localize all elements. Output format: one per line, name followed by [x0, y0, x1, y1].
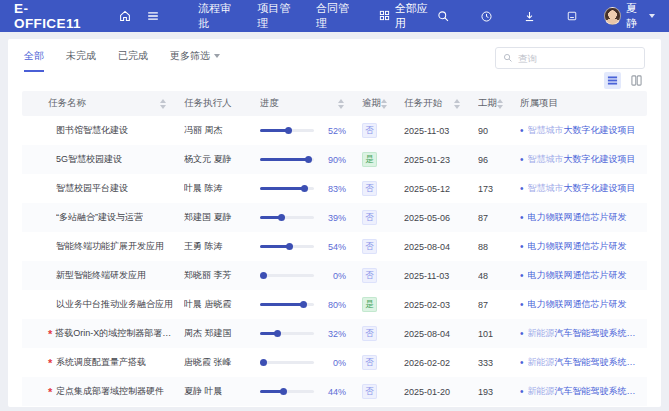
progress-fill	[260, 303, 303, 306]
sort-icon[interactable]	[338, 99, 344, 109]
table-row[interactable]: 以业务中台推动业务融合应用叶晨 唐晓霞80%是2025-02-0387•电力物联…	[22, 290, 647, 319]
progress-knob[interactable]	[300, 301, 307, 308]
nav-item-project[interactable]: 项目管理	[257, 1, 296, 31]
table-row[interactable]: 新型智能终端研发应用郑晓丽 李芳0%否2025-11-0348•电力物联网通信芯…	[22, 261, 647, 290]
table-row[interactable]: *系统调度配置量产搭载唐晓霞 张峰0%否2026-02-02333•新能源汽车智…	[22, 348, 647, 377]
table-row[interactable]: 图书馆智慧化建设冯丽 周杰52%否2025-11-0390•智慧城市大数字化建设…	[22, 116, 647, 145]
overdue-cell: 否	[362, 384, 404, 399]
project-link[interactable]: 电力物联网通信芯片研发	[528, 211, 627, 224]
nav-menu: 流程审批项目管理合同管理	[198, 1, 354, 31]
user-avatar[interactable]	[604, 7, 621, 25]
task-name-cell[interactable]: 5G智慧校园建设	[22, 153, 184, 166]
download-icon[interactable]	[519, 6, 539, 26]
tab-all[interactable]: 全部	[24, 49, 44, 72]
sort-icon[interactable]	[497, 99, 503, 109]
task-name-cell[interactable]: 智慧校园平台建设	[22, 182, 184, 195]
tab-label: 未完成	[66, 49, 96, 63]
progress-knob[interactable]	[280, 388, 287, 395]
list-view-toggle[interactable]	[604, 72, 621, 89]
bullet-icon: •	[520, 125, 524, 136]
project-name: 大数字化建设项目	[564, 154, 636, 164]
tab-unfinished[interactable]: 未完成	[66, 49, 96, 72]
sort-icon[interactable]	[160, 99, 166, 109]
sort-asc-arrow	[160, 99, 166, 103]
tab-finished[interactable]: 已完成	[118, 49, 148, 72]
card-view-toggle[interactable]	[628, 72, 645, 89]
overdue-badge: 是	[362, 297, 377, 312]
table-row[interactable]: 智慧校园平台建设叶晨 陈涛83%否2025-05-12173•智慧城市大数字化建…	[22, 174, 647, 203]
clock-icon[interactable]	[476, 6, 496, 26]
nav-item-contract[interactable]: 合同管理	[316, 1, 355, 31]
search-box[interactable]	[495, 47, 645, 69]
panel-icon[interactable]	[562, 6, 582, 26]
duration-cell: 87	[478, 300, 520, 310]
progress-cell: 52%	[260, 126, 362, 136]
sort-asc-arrow	[381, 99, 387, 103]
assignees-cell: 叶晨 陈涛	[184, 182, 260, 195]
search-icon[interactable]	[433, 6, 453, 26]
project-link[interactable]: 智慧城市大数字化建设项目	[528, 153, 636, 166]
project-link[interactable]: 智慧城市大数字化建设项目	[528, 124, 636, 137]
table-row[interactable]: *搭载Orin-X的域控制器部署与验证周杰 郑建国32%否2025-08-041…	[22, 319, 647, 348]
overdue-badge: 否	[362, 268, 377, 283]
table-row[interactable]: “多站融合”建设与运营郑建国 夏静39%否2025-05-0687•电力物联网通…	[22, 203, 647, 232]
task-name-cell[interactable]: 新型智能终端研发应用	[22, 269, 184, 282]
sort-desc-arrow	[381, 105, 387, 109]
progress-knob[interactable]	[301, 185, 308, 192]
start-date-cell: 2025-05-12	[404, 184, 478, 194]
hamburger-menu-icon[interactable]	[144, 6, 162, 26]
start-date-cell: 2025-05-06	[404, 213, 478, 223]
overdue-badge: 是	[362, 152, 377, 167]
sort-icon[interactable]	[454, 99, 460, 109]
project-link[interactable]: 新能源汽车智能驾驶系统项目	[528, 356, 641, 369]
sort-icon[interactable]	[381, 99, 387, 109]
all-apps-button[interactable]: 全部应用	[379, 1, 434, 31]
task-name-cell[interactable]: 智能终端功能扩展开发应用	[22, 240, 184, 253]
progress-knob[interactable]	[274, 330, 281, 337]
assignees-cell: 周杰 郑建国	[184, 327, 260, 340]
task-name: 新型智能终端研发应用	[56, 269, 146, 282]
task-name-cell[interactable]: *系统调度配置量产搭载	[22, 356, 184, 369]
col-header-project: 所属项目	[520, 97, 647, 110]
table-row[interactable]: 5G智慧校园建设杨文元 夏静90%是2025-01-2396•智慧城市大数字化建…	[22, 145, 647, 174]
user-menu[interactable]: 夏静	[626, 1, 655, 31]
task-name-cell[interactable]: *定点集成部署域控制器硬件	[22, 385, 184, 398]
start-date-cell: 2025-01-20	[404, 387, 478, 397]
progress-knob[interactable]	[260, 359, 267, 366]
progress-knob[interactable]	[278, 214, 285, 221]
home-icon[interactable]	[116, 6, 134, 26]
progress-percent: 83%	[322, 184, 346, 194]
project-link[interactable]: 新能源汽车智能驾驶系统项目	[528, 385, 641, 398]
project-link[interactable]: 智慧城市大数字化建设项目	[528, 182, 636, 195]
project-link[interactable]: 新能源汽车智能驾驶系统项目	[528, 327, 641, 340]
progress-knob[interactable]	[260, 272, 267, 279]
project-link[interactable]: 电力物联网通信芯片研发	[528, 240, 627, 253]
table-row[interactable]: 智能终端功能扩展开发应用王勇 陈涛54%否2025-08-0488•电力物联网通…	[22, 232, 647, 261]
task-name-cell[interactable]: 图书馆智慧化建设	[22, 124, 184, 137]
overdue-cell: 否	[362, 268, 404, 283]
progress-knob[interactable]	[285, 127, 292, 134]
col-header-name: 任务名称	[22, 97, 184, 110]
col-header-progress: 进度	[260, 97, 362, 110]
search-input[interactable]	[518, 53, 650, 64]
project-link[interactable]: 电力物联网通信芯片研发	[528, 298, 627, 311]
progress-knob[interactable]	[305, 156, 312, 163]
progress-percent: 44%	[322, 387, 346, 397]
project-link[interactable]: 电力物联网通信芯片研发	[528, 269, 627, 282]
progress-cell: 90%	[260, 155, 362, 165]
task-name-cell[interactable]: *搭载Orin-X的域控制器部署与验证	[22, 327, 184, 340]
col-header-duration: 工期	[478, 97, 520, 110]
app-logo[interactable]: E-OFFICE11	[14, 1, 88, 31]
start-date-cell: 2025-08-04	[404, 242, 478, 252]
project-name: 电力物联网通信芯片研发	[528, 299, 627, 309]
task-name-cell[interactable]: “多站融合”建设与运营	[22, 211, 184, 224]
table-row[interactable]: *定点集成部署域控制器硬件夏静 叶晨44%否2025-01-20193•新能源汽…	[22, 377, 647, 406]
progress-knob[interactable]	[286, 243, 293, 250]
tab-more-filters[interactable]: 更多筛选	[170, 49, 220, 72]
progress-bar	[260, 187, 314, 190]
duration-cell: 48	[478, 271, 520, 281]
nav-item-workflow[interactable]: 流程审批	[198, 1, 237, 31]
project-name: 电力物联网通信芯片研发	[528, 241, 627, 251]
project-cell: •智慧城市大数字化建设项目	[520, 153, 647, 166]
task-name-cell[interactable]: 以业务中台推动业务融合应用	[22, 298, 184, 311]
